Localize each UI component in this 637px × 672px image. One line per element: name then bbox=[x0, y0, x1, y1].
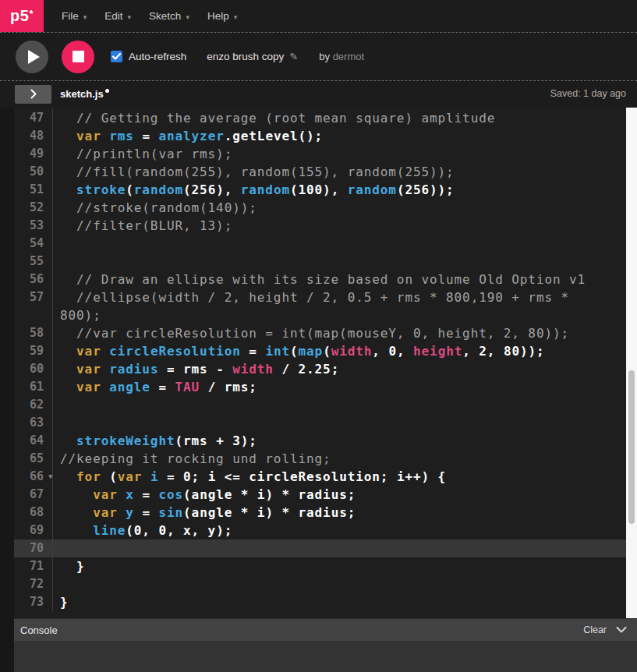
edit-pencil-icon[interactable]: ✎ bbox=[289, 51, 298, 62]
chevron-down-icon: ▾ bbox=[186, 13, 189, 21]
line-number: 53 bbox=[14, 217, 53, 235]
auto-refresh-checkbox[interactable] bbox=[111, 51, 122, 62]
code-text: // Getting the average (root mean square… bbox=[53, 109, 495, 127]
code-text: } bbox=[53, 593, 69, 611]
code-line[interactable]: 53 //filter(BLUR, 13); bbox=[14, 217, 626, 235]
code-text: var circleResolution = int(map(width, 0,… bbox=[53, 342, 545, 360]
code-line[interactable]: 62 bbox=[14, 396, 626, 414]
console-output[interactable] bbox=[14, 641, 637, 672]
tab-sketch-js[interactable]: sketch.js bbox=[60, 88, 109, 100]
code-line[interactable]: 71 } bbox=[14, 557, 626, 575]
console-header: Console Clear bbox=[14, 618, 637, 641]
line-number: 68 bbox=[14, 504, 53, 522]
code-line[interactable]: 67 var x = cos(angle * i) * radius; bbox=[14, 486, 626, 504]
project-title: enzo brush copy bbox=[207, 51, 284, 62]
fold-arrow-icon[interactable]: ▾ bbox=[48, 468, 52, 486]
line-number: 59 bbox=[14, 342, 53, 360]
code-line[interactable]: 49 //println(var rms); bbox=[14, 145, 626, 163]
code-line[interactable]: 65//keeping it rocking und rolling; bbox=[14, 450, 626, 468]
code-line[interactable]: 56 // Draw an ellipse with its size base… bbox=[14, 271, 626, 288]
byline-prefix: by bbox=[319, 51, 330, 62]
line-number: 63 bbox=[14, 414, 53, 432]
chevron-down-icon bbox=[616, 627, 627, 633]
menu-help-label: Help bbox=[207, 10, 229, 22]
line-number: 56 bbox=[14, 271, 53, 288]
code-text: var angle = TAU / rms; bbox=[53, 378, 257, 396]
code-line[interactable]: 54 bbox=[14, 235, 626, 253]
stop-button[interactable] bbox=[62, 41, 94, 73]
code-line[interactable]: 68 var y = sin(angle * i) * radius; bbox=[14, 504, 626, 522]
code-text: for (var i = 0; i <= circleResolution; i… bbox=[53, 468, 446, 486]
code-text: var x = cos(angle * i) * radius; bbox=[53, 486, 356, 504]
code-line[interactable]: 47 // Getting the average (root mean squ… bbox=[14, 109, 626, 127]
code-line[interactable]: 48 var rms = analyzer.getLevel(); bbox=[14, 127, 626, 145]
code-line[interactable]: 63 bbox=[14, 414, 626, 432]
code-line[interactable]: 800); bbox=[14, 306, 626, 324]
code-line[interactable]: 58 //var circleResolution = int(map(mous… bbox=[14, 324, 626, 342]
line-number: 58 bbox=[14, 324, 53, 342]
collapse-console-button[interactable] bbox=[616, 627, 627, 633]
menu-bar: p5* File ▾ Edit ▾ Sketch ▾ Help ▾ bbox=[0, 0, 637, 33]
sidebar-toggle-button[interactable] bbox=[15, 85, 51, 104]
menu-sketch-label: Sketch bbox=[149, 10, 181, 22]
code-text: //println(var rms); bbox=[53, 145, 232, 163]
file-name: sketch.js bbox=[60, 88, 104, 100]
line-number: 72 bbox=[14, 575, 53, 593]
clear-console-button[interactable]: Clear bbox=[583, 624, 607, 635]
menu-edit-label: Edit bbox=[104, 10, 122, 22]
p5-web-editor: p5* File ▾ Edit ▾ Sketch ▾ Help ▾ bbox=[0, 0, 637, 672]
scrollbar-thumb[interactable] bbox=[628, 370, 635, 524]
code-text: //fill(random(255), random(155), random(… bbox=[53, 163, 455, 181]
code-text bbox=[53, 253, 60, 271]
code-text: var radius = rms - width / 2.25; bbox=[53, 360, 339, 378]
line-number: 61 bbox=[14, 378, 53, 396]
check-icon bbox=[112, 53, 121, 60]
p5-logo[interactable]: p5* bbox=[0, 0, 44, 32]
line-number: 62 bbox=[14, 396, 53, 414]
code-line[interactable]: 50 //fill(random(255), random(155), rand… bbox=[14, 163, 626, 181]
code-line[interactable]: 51 stroke(random(256), random(100), rand… bbox=[14, 181, 626, 199]
line-number: 66▾ bbox=[14, 468, 53, 486]
code-text: var rms = analyzer.getLevel(); bbox=[53, 127, 323, 145]
code-text: // Draw an ellipse with its size based o… bbox=[53, 271, 586, 288]
play-button[interactable] bbox=[16, 41, 48, 73]
code-text: //var circleResolution = int(map(mouseY,… bbox=[53, 324, 569, 342]
code-line[interactable]: 52 //stroke(random(140)); bbox=[14, 199, 626, 217]
play-icon bbox=[28, 50, 40, 64]
code-text: //ellipse(width / 2, height / 2, 0.5 + r… bbox=[53, 288, 569, 306]
menu-file[interactable]: File ▾ bbox=[62, 10, 87, 22]
line-number: 64 bbox=[14, 432, 53, 450]
code-line[interactable]: 70 bbox=[14, 539, 626, 557]
line-number: 47 bbox=[14, 109, 53, 127]
code-line[interactable]: 73} bbox=[14, 593, 626, 611]
menu-edit[interactable]: Edit ▾ bbox=[104, 10, 131, 22]
line-number: 50 bbox=[14, 163, 53, 181]
collapsed-sidebar-rail bbox=[0, 108, 14, 672]
code-lines: 47 // Getting the average (root mean squ… bbox=[14, 109, 626, 611]
line-number: 71 bbox=[14, 557, 53, 575]
editor-scrollbar[interactable] bbox=[626, 108, 637, 618]
auto-refresh-label: Auto-refresh bbox=[129, 51, 186, 62]
code-editor[interactable]: 47 // Getting the average (root mean squ… bbox=[14, 108, 626, 618]
menu-sketch[interactable]: Sketch ▾ bbox=[149, 10, 189, 22]
code-line[interactable]: 59 var circleResolution = int(map(width,… bbox=[14, 342, 626, 360]
code-text: strokeWeight(rms + 3); bbox=[53, 432, 257, 450]
code-text: 800); bbox=[53, 306, 101, 324]
code-line[interactable]: 66▾ for (var i = 0; i <= circleResolutio… bbox=[14, 468, 626, 486]
code-line[interactable]: 64 strokeWeight(rms + 3); bbox=[14, 432, 626, 450]
line-number: 69 bbox=[14, 522, 53, 539]
code-line[interactable]: 60 var radius = rms - width / 2.25; bbox=[14, 360, 626, 378]
code-text: stroke(random(256), random(100), random(… bbox=[53, 181, 455, 199]
code-line[interactable]: 61 var angle = TAU / rms; bbox=[14, 378, 626, 396]
line-number: 48 bbox=[14, 127, 53, 145]
chevron-down-icon: ▾ bbox=[234, 13, 238, 21]
author-link[interactable]: dermot bbox=[333, 51, 364, 62]
code-text: } bbox=[53, 557, 85, 575]
code-line[interactable]: 69 line(0, 0, x, y); bbox=[14, 522, 626, 539]
code-line[interactable]: 55 bbox=[14, 253, 626, 271]
code-line[interactable]: 57 //ellipse(width / 2, height / 2, 0.5 … bbox=[14, 288, 626, 306]
byline: by dermot bbox=[319, 51, 364, 62]
code-line[interactable]: 72 bbox=[14, 575, 626, 593]
chevron-down-icon: ▾ bbox=[83, 13, 87, 21]
menu-help[interactable]: Help ▾ bbox=[207, 10, 237, 22]
